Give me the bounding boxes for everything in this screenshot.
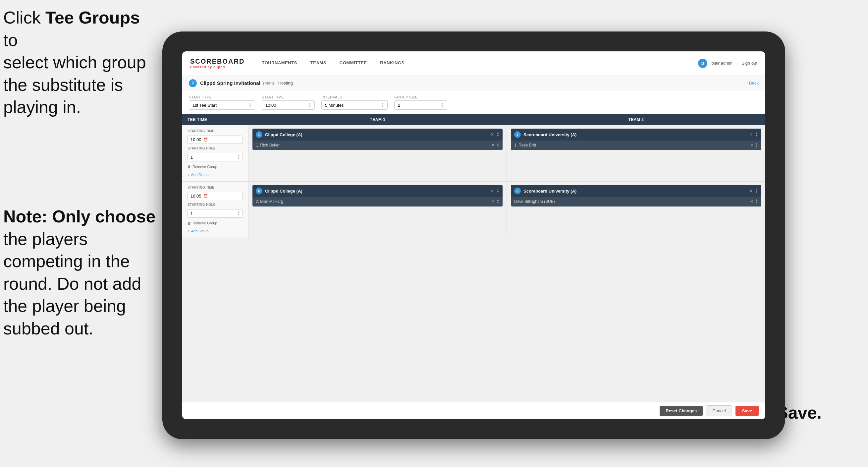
- note-prefix: Note: Only choose: [3, 207, 155, 226]
- th-team2: Team 2: [507, 114, 765, 125]
- player-row-2-2-1[interactable]: Dave Billingham (SUB) ✕ ▲▼: [511, 197, 761, 206]
- start-type-arrows[interactable]: ▲▼: [249, 103, 251, 108]
- remove-group-btn-1[interactable]: 🗑 Remove Group: [187, 164, 243, 169]
- starting-hole-input-2[interactable]: 1 ▲▼: [187, 209, 243, 218]
- player-row-2-1-1[interactable]: 1. Rees Britt ✕ ▲▼: [511, 141, 761, 150]
- nav-rankings[interactable]: RANKINGS: [373, 58, 411, 69]
- starting-hole-value-1: 1: [190, 155, 193, 160]
- team-card-1-1[interactable]: C Clippd College (A) ✕ ▲▼ 1. Rich Butler…: [252, 128, 503, 150]
- player-x-2-2-1[interactable]: ✕: [750, 199, 753, 204]
- clock-icon-1: ⏰: [204, 138, 208, 142]
- group-size-arrows[interactable]: ▲▼: [441, 103, 444, 108]
- team-controls-2-1: ✕ ▲▼: [749, 132, 758, 137]
- remove-group-btn-2[interactable]: 🗑 Remove Group: [187, 221, 243, 226]
- intervals-input[interactable]: 5 Minutes ▲▼: [321, 100, 388, 110]
- team-remove-x-2-1[interactable]: ✕: [749, 132, 753, 137]
- tournament-avatar: C: [189, 79, 197, 87]
- player-arrows-1-2-1[interactable]: ▲▼: [497, 199, 499, 204]
- team-badge-1-2: C: [256, 187, 262, 194]
- back-button[interactable]: ‹ Back: [746, 81, 759, 86]
- trash-icon-1: 🗑: [187, 165, 191, 169]
- starting-hole-label-1: STARTING HOLE:: [187, 146, 243, 150]
- team-card-2-1[interactable]: S Scoreboard University (A) ✕ ▲▼ 1. Rees…: [511, 128, 761, 150]
- hole-arrows-1[interactable]: ▲▼: [237, 154, 240, 160]
- player-x-1-1-1[interactable]: ✕: [491, 143, 495, 147]
- plus-icon-2: +: [187, 229, 189, 233]
- team-card-header-2-2: S Scoreboard University (A) ✕ ▲▼: [511, 185, 761, 197]
- start-time-input[interactable]: 10:00 ▲▼: [262, 100, 315, 110]
- player-x-1-2-1[interactable]: ✕: [491, 199, 495, 204]
- logo-powered: Powered by clippd: [190, 65, 245, 69]
- intervals-label: Intervals: [321, 95, 388, 99]
- starting-time-input-2[interactable]: 10:05 ⏰: [187, 192, 243, 200]
- team-arrows-2-2[interactable]: ▲▼: [755, 188, 758, 194]
- team-badge-1-1: C: [256, 131, 262, 138]
- nav-tournaments[interactable]: TOURNAMENTS: [255, 58, 304, 69]
- start-time-label: Start Time: [262, 95, 315, 99]
- tablet-screen: SCOREBOARD Powered by clippd TOURNAMENTS…: [182, 51, 765, 419]
- team-card-2-2[interactable]: S Scoreboard University (A) ✕ ▲▼ Dave Bi…: [511, 185, 761, 206]
- player-controls-2-1-1: ✕ ▲▼: [750, 143, 758, 148]
- cancel-button[interactable]: Cancel: [706, 405, 732, 416]
- team-badge-2-2: S: [514, 187, 521, 194]
- player-controls-1-1-1: ✕ ▲▼: [491, 143, 499, 148]
- intervals-group: Intervals 5 Minutes ▲▼: [321, 95, 388, 110]
- start-time-arrows[interactable]: ▲▼: [308, 103, 311, 108]
- start-type-group: Start Type 1st Tee Start ▲▼: [189, 95, 255, 110]
- note-text: Note: Only choose the players competing …: [3, 205, 155, 340]
- starting-hole-input-1[interactable]: 1 ▲▼: [187, 153, 243, 162]
- team-remove-x-1-2[interactable]: ✕: [491, 188, 494, 193]
- plus-icon-1: +: [187, 173, 189, 177]
- reset-changes-button[interactable]: Reset Changes: [660, 406, 703, 416]
- add-group-btn-2[interactable]: + Add Group: [187, 228, 243, 234]
- player-x-2-1-1[interactable]: ✕: [750, 143, 753, 147]
- team-arrows-1-2[interactable]: ▲▼: [497, 188, 499, 194]
- instruction-text: Click Tee Groups to select which group t…: [3, 7, 156, 119]
- player-row-1-2-1[interactable]: 2. Blair McHarg ✕ ▲▼: [252, 197, 503, 206]
- group-size-input[interactable]: 2 ▲▼: [394, 100, 447, 110]
- team-controls-2-2: ✕ ▲▼: [749, 188, 758, 194]
- group-size-group: Group Size 2 ▲▼: [394, 95, 447, 110]
- save-button[interactable]: Save: [736, 406, 759, 416]
- group-row-2: STARTING TIME: 10:05 ⏰ STARTING HOLE: 1 …: [182, 182, 765, 238]
- team-name-1-2: Clippd College (A): [265, 188, 488, 194]
- team-card-header-1-2: C Clippd College (A) ✕ ▲▼: [252, 185, 503, 197]
- intervals-arrows[interactable]: ▲▼: [381, 103, 384, 108]
- player-row-1-1-1[interactable]: 1. Rich Butler ✕ ▲▼: [252, 141, 503, 150]
- start-type-input[interactable]: 1st Tee Start ▲▼: [189, 100, 255, 110]
- player-name-1-2-1: 2. Blair McHarg: [256, 199, 489, 204]
- starting-hole-value-2: 1: [190, 211, 193, 216]
- nav-committee[interactable]: COMMITTEE: [333, 58, 374, 69]
- team-name-2-1: Scoreboard University (A): [523, 132, 747, 137]
- player-arrows-2-2-1[interactable]: ▲▼: [755, 199, 758, 204]
- hole-arrows-2[interactable]: ▲▼: [237, 211, 240, 216]
- player-controls-2-2-1: ✕ ▲▼: [750, 199, 758, 204]
- tournament-name: Clippd Spring Invitational: [200, 80, 260, 86]
- th-team1: Team 1: [248, 114, 507, 125]
- player-arrows-1-1-1[interactable]: ▲▼: [497, 143, 499, 148]
- team-remove-x-1-1[interactable]: ✕: [491, 132, 494, 137]
- group-team2-1: S Scoreboard University (A) ✕ ▲▼ 1. Rees…: [507, 125, 765, 181]
- nav-teams[interactable]: TEAMS: [304, 58, 333, 69]
- user-avatar: B: [698, 59, 707, 68]
- player-arrows-2-1-1[interactable]: ▲▼: [755, 143, 758, 148]
- subheader: C Clippd Spring Invitational (Men) Hosti…: [182, 75, 765, 91]
- team-arrows-1-1[interactable]: ▲▼: [497, 132, 499, 137]
- player-name-2-2-1: Dave Billingham (SUB): [514, 199, 747, 204]
- starting-time-input-1[interactable]: 10:00 ⏰: [187, 136, 243, 144]
- team-controls-1-1: ✕ ▲▼: [491, 132, 499, 137]
- team-remove-x-2-2[interactable]: ✕: [749, 188, 753, 193]
- add-group-btn-1[interactable]: + Add Group: [187, 172, 243, 177]
- tee-groups-bold: Tee Groups: [45, 8, 140, 27]
- group-team2-2: S Scoreboard University (A) ✕ ▲▼ Dave Bi…: [507, 182, 765, 238]
- start-time-value: 10:00: [266, 103, 276, 108]
- separator: |: [737, 61, 738, 66]
- group-size-value: 2: [398, 103, 400, 108]
- sign-out-link[interactable]: Sign out: [741, 61, 757, 66]
- group-row-1: STARTING TIME: 10:00 ⏰ STARTING HOLE: 1 …: [182, 125, 765, 182]
- starting-hole-label-2: STARTING HOLE:: [187, 203, 243, 206]
- nav-links: TOURNAMENTS TEAMS COMMITTEE RANKINGS: [255, 58, 698, 69]
- team-card-1-2[interactable]: C Clippd College (A) ✕ ▲▼ 2. Blair McHar…: [252, 185, 503, 206]
- logo-scoreboard: SCOREBOARD: [190, 58, 245, 65]
- team-arrows-2-1[interactable]: ▲▼: [755, 132, 758, 137]
